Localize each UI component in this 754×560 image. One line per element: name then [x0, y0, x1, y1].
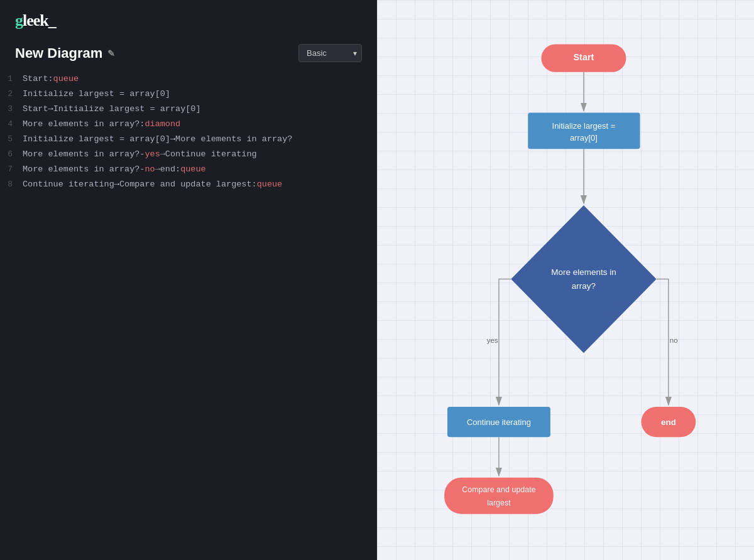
edge-decision-continue	[499, 279, 511, 406]
line-num-2: 2	[0, 87, 23, 101]
node-start-label: Start	[573, 52, 594, 62]
code-line-3: 3 Start→Initialize largest = array[0]	[0, 102, 377, 117]
node-decision-label-2: array?	[572, 281, 596, 291]
code-editor[interactable]: 1 Start:queue 2 Initialize largest = arr…	[0, 67, 377, 560]
diagram-title: New Diagram ✎	[15, 45, 115, 62]
line-content-7: More elements in array?-no→end:queue	[23, 163, 206, 177]
code-line-6: 6 More elements in array?-yes→Continue i…	[0, 148, 377, 163]
node-compare-label-2: largest	[487, 498, 511, 507]
line-content-6: More elements in array?-yes→Continue ite…	[23, 148, 257, 162]
node-continue-label: Continue iterating	[467, 417, 531, 427]
node-init-label-1: Initialize largest =	[552, 121, 616, 131]
line-num-6: 6	[0, 148, 23, 161]
node-decision-diamond	[511, 205, 656, 353]
type-selector[interactable]: Basic Flowchart Sequence Class State	[298, 44, 362, 62]
edge-label-yes: yes	[487, 337, 498, 344]
node-init-rect	[528, 112, 640, 149]
type-dropdown[interactable]: Basic Flowchart Sequence Class State	[298, 44, 362, 62]
left-panel: gleek_ New Diagram ✎ Basic Flowchart Seq…	[0, 0, 377, 560]
logo-g: g	[15, 11, 23, 30]
diagram-title-text: New Diagram	[15, 45, 102, 62]
line-content-8: Continue iterating→Compare and update la…	[23, 178, 282, 192]
edge-decision-end	[657, 279, 669, 406]
code-line-8: 8 Continue iterating→Compare and update …	[0, 178, 377, 193]
code-line-4: 4 More elements in array?:diamond	[0, 117, 377, 132]
node-compare-rect	[444, 478, 554, 514]
line-num-5: 5	[0, 132, 23, 146]
code-line-7: 7 More elements in array?-no→end:queue	[0, 163, 377, 178]
line-num-7: 7	[0, 163, 23, 176]
line-content-1: Start:queue	[23, 72, 79, 87]
header: gleek_	[0, 0, 377, 38]
line-content-5: Initialize largest = array[0]→More eleme…	[23, 132, 292, 147]
line-content-2: Initialize largest = array[0]	[23, 87, 170, 102]
line-content-3: Start→Initialize largest = array[0]	[23, 102, 201, 117]
line-num-8: 8	[0, 178, 23, 191]
code-line-2: 2 Initialize largest = array[0]	[0, 87, 377, 102]
right-panel: Start Initialize largest = array[0] More…	[377, 0, 754, 560]
flowchart-svg: Start Initialize largest = array[0] More…	[415, 19, 716, 559]
line-content-4: More elements in array?:diamond	[23, 117, 180, 132]
edge-label-no: no	[670, 337, 678, 344]
title-bar: New Diagram ✎ Basic Flowchart Sequence C…	[0, 38, 377, 67]
node-end-label: end	[661, 417, 676, 427]
diagram-container: Start Initialize largest = array[0] More…	[377, 0, 754, 560]
code-line-1: 1 Start:queue	[0, 72, 377, 87]
edit-icon[interactable]: ✎	[107, 48, 115, 58]
logo: gleek_	[15, 11, 56, 30]
node-init-label-2: array[0]	[570, 133, 598, 143]
node-decision-label-1: More elements in	[551, 267, 616, 277]
line-num-1: 1	[0, 72, 23, 86]
code-line-5: 5 Initialize largest = array[0]→More ele…	[0, 132, 377, 148]
logo-rest: leek_	[23, 11, 56, 30]
line-num-4: 4	[0, 117, 23, 131]
line-num-3: 3	[0, 102, 23, 116]
node-compare-label-1: Compare and update	[462, 485, 536, 494]
